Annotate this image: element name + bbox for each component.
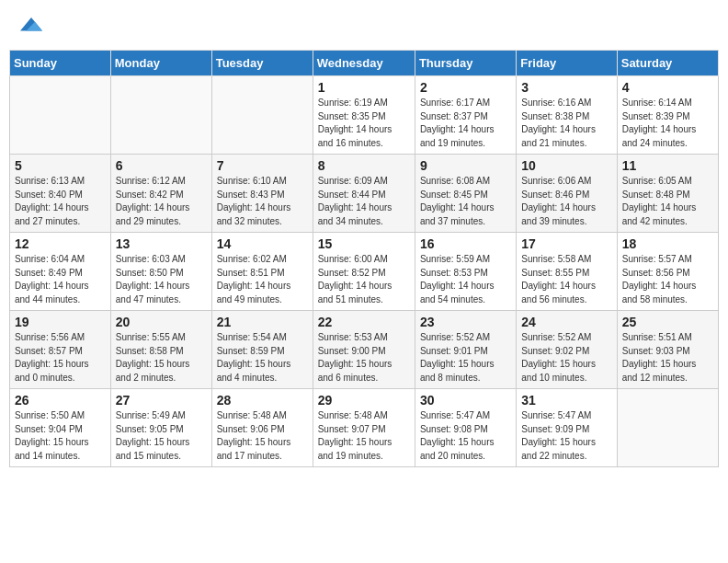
- calendar-cell: 26Sunrise: 5:50 AM Sunset: 9:04 PM Dayli…: [10, 389, 111, 467]
- day-info: Sunrise: 5:48 AM Sunset: 9:07 PM Dayligh…: [318, 409, 410, 463]
- day-number: 20: [116, 315, 207, 329]
- day-number: 13: [116, 236, 207, 251]
- day-number: 11: [622, 158, 713, 173]
- day-info: Sunrise: 5:49 AM Sunset: 9:05 PM Dayligh…: [116, 409, 207, 463]
- logo-icon: [20, 14, 42, 36]
- day-number: 28: [217, 393, 308, 408]
- day-number: 15: [318, 236, 410, 251]
- day-number: 7: [217, 158, 308, 173]
- day-info: Sunrise: 5:55 AM Sunset: 8:58 PM Dayligh…: [116, 331, 207, 385]
- calendar-header-row: SundayMondayTuesdayWednesdayThursdayFrid…: [10, 51, 719, 76]
- calendar-cell: 2Sunrise: 6:17 AM Sunset: 8:37 PM Daylig…: [415, 76, 516, 155]
- day-info: Sunrise: 5:51 AM Sunset: 9:03 PM Dayligh…: [622, 331, 713, 385]
- day-info: Sunrise: 5:56 AM Sunset: 8:57 PM Dayligh…: [15, 331, 106, 385]
- calendar-cell: 3Sunrise: 6:16 AM Sunset: 8:38 PM Daylig…: [517, 76, 617, 155]
- day-number: 10: [521, 158, 611, 173]
- calendar-table: SundayMondayTuesdayWednesdayThursdayFrid…: [9, 50, 719, 467]
- calendar-cell: 20Sunrise: 5:55 AM Sunset: 8:58 PM Dayli…: [110, 311, 211, 389]
- day-info: Sunrise: 6:08 AM Sunset: 8:45 PM Dayligh…: [420, 175, 511, 228]
- logo: [18, 14, 42, 36]
- calendar-cell: 23Sunrise: 5:52 AM Sunset: 9:01 PM Dayli…: [415, 311, 516, 389]
- calendar-week-row: 26Sunrise: 5:50 AM Sunset: 9:04 PM Dayli…: [10, 389, 719, 467]
- day-info: Sunrise: 5:52 AM Sunset: 9:02 PM Dayligh…: [521, 331, 611, 385]
- calendar-week-row: 12Sunrise: 6:04 AM Sunset: 8:49 PM Dayli…: [10, 233, 719, 311]
- day-info: Sunrise: 5:54 AM Sunset: 8:59 PM Dayligh…: [217, 331, 308, 385]
- calendar-cell: 11Sunrise: 6:05 AM Sunset: 8:48 PM Dayli…: [617, 155, 718, 233]
- day-number: 22: [318, 315, 410, 329]
- calendar-cell: [10, 76, 111, 155]
- day-number: 24: [521, 315, 611, 329]
- day-number: 14: [217, 236, 308, 251]
- day-number: 6: [116, 158, 207, 173]
- weekday-header: Thursday: [415, 51, 516, 76]
- day-info: Sunrise: 5:52 AM Sunset: 9:01 PM Dayligh…: [420, 331, 511, 385]
- day-number: 4: [622, 80, 713, 95]
- calendar-cell: 29Sunrise: 5:48 AM Sunset: 9:07 PM Dayli…: [313, 389, 415, 467]
- calendar-cell: 14Sunrise: 6:02 AM Sunset: 8:51 PM Dayli…: [211, 233, 313, 311]
- day-number: 18: [622, 236, 713, 251]
- day-info: Sunrise: 6:17 AM Sunset: 8:37 PM Dayligh…: [420, 97, 511, 150]
- calendar-week-row: 5Sunrise: 6:13 AM Sunset: 8:40 PM Daylig…: [10, 155, 719, 233]
- calendar-cell: 24Sunrise: 5:52 AM Sunset: 9:02 PM Dayli…: [517, 311, 617, 389]
- weekday-header: Tuesday: [211, 51, 313, 76]
- weekday-header: Saturday: [617, 51, 718, 76]
- calendar-cell: 16Sunrise: 5:59 AM Sunset: 8:53 PM Dayli…: [415, 233, 516, 311]
- calendar-cell: 5Sunrise: 6:13 AM Sunset: 8:40 PM Daylig…: [10, 155, 111, 233]
- calendar-cell: 10Sunrise: 6:06 AM Sunset: 8:46 PM Dayli…: [517, 155, 617, 233]
- weekday-header: Friday: [517, 51, 617, 76]
- day-info: Sunrise: 5:59 AM Sunset: 8:53 PM Dayligh…: [420, 253, 511, 306]
- day-number: 29: [318, 393, 410, 408]
- day-info: Sunrise: 6:13 AM Sunset: 8:40 PM Dayligh…: [15, 175, 106, 228]
- day-number: 5: [15, 158, 106, 173]
- weekday-header: Sunday: [10, 51, 111, 76]
- day-info: Sunrise: 6:00 AM Sunset: 8:52 PM Dayligh…: [318, 253, 410, 306]
- calendar-cell: 19Sunrise: 5:56 AM Sunset: 8:57 PM Dayli…: [10, 311, 111, 389]
- day-info: Sunrise: 6:06 AM Sunset: 8:46 PM Dayligh…: [521, 175, 611, 228]
- day-number: 2: [420, 80, 511, 95]
- day-number: 23: [420, 315, 511, 329]
- page-header: [9, 9, 719, 40]
- day-info: Sunrise: 5:47 AM Sunset: 9:08 PM Dayligh…: [420, 409, 511, 463]
- weekday-header: Wednesday: [313, 51, 415, 76]
- day-number: 25: [622, 315, 713, 329]
- day-info: Sunrise: 6:12 AM Sunset: 8:42 PM Dayligh…: [116, 175, 207, 228]
- calendar-cell: 18Sunrise: 5:57 AM Sunset: 8:56 PM Dayli…: [617, 233, 718, 311]
- calendar-cell: 4Sunrise: 6:14 AM Sunset: 8:39 PM Daylig…: [617, 76, 718, 155]
- day-number: 31: [521, 393, 611, 408]
- calendar-cell: 9Sunrise: 6:08 AM Sunset: 8:45 PM Daylig…: [415, 155, 516, 233]
- day-info: Sunrise: 5:48 AM Sunset: 9:06 PM Dayligh…: [217, 409, 308, 463]
- day-info: Sunrise: 5:58 AM Sunset: 8:55 PM Dayligh…: [521, 253, 611, 306]
- day-info: Sunrise: 6:05 AM Sunset: 8:48 PM Dayligh…: [622, 175, 713, 228]
- calendar-cell: 7Sunrise: 6:10 AM Sunset: 8:43 PM Daylig…: [211, 155, 313, 233]
- day-number: 8: [318, 158, 410, 173]
- day-number: 26: [15, 393, 106, 408]
- day-number: 17: [521, 236, 611, 251]
- day-info: Sunrise: 6:09 AM Sunset: 8:44 PM Dayligh…: [318, 175, 410, 228]
- day-info: Sunrise: 6:19 AM Sunset: 8:35 PM Dayligh…: [318, 97, 410, 150]
- calendar-week-row: 19Sunrise: 5:56 AM Sunset: 8:57 PM Dayli…: [10, 311, 719, 389]
- day-info: Sunrise: 6:02 AM Sunset: 8:51 PM Dayligh…: [217, 253, 308, 306]
- day-number: 9: [420, 158, 511, 173]
- day-info: Sunrise: 6:10 AM Sunset: 8:43 PM Dayligh…: [217, 175, 308, 228]
- calendar-cell: 25Sunrise: 5:51 AM Sunset: 9:03 PM Dayli…: [617, 311, 718, 389]
- day-number: 12: [15, 236, 106, 251]
- calendar-cell: [211, 76, 313, 155]
- calendar-cell: 17Sunrise: 5:58 AM Sunset: 8:55 PM Dayli…: [517, 233, 617, 311]
- day-number: 16: [420, 236, 511, 251]
- calendar-cell: 30Sunrise: 5:47 AM Sunset: 9:08 PM Dayli…: [415, 389, 516, 467]
- calendar-cell: 8Sunrise: 6:09 AM Sunset: 8:44 PM Daylig…: [313, 155, 415, 233]
- calendar-cell: 21Sunrise: 5:54 AM Sunset: 8:59 PM Dayli…: [211, 311, 313, 389]
- day-number: 30: [420, 393, 511, 408]
- day-info: Sunrise: 5:47 AM Sunset: 9:09 PM Dayligh…: [521, 409, 611, 463]
- calendar-cell: 13Sunrise: 6:03 AM Sunset: 8:50 PM Dayli…: [110, 233, 211, 311]
- day-info: Sunrise: 6:03 AM Sunset: 8:50 PM Dayligh…: [116, 253, 207, 306]
- day-number: 21: [217, 315, 308, 329]
- calendar-cell: 1Sunrise: 6:19 AM Sunset: 8:35 PM Daylig…: [313, 76, 415, 155]
- day-number: 19: [15, 315, 106, 329]
- day-number: 3: [521, 80, 611, 95]
- day-info: Sunrise: 5:50 AM Sunset: 9:04 PM Dayligh…: [15, 409, 106, 463]
- day-info: Sunrise: 6:14 AM Sunset: 8:39 PM Dayligh…: [622, 97, 713, 150]
- calendar-cell: 22Sunrise: 5:53 AM Sunset: 9:00 PM Dayli…: [313, 311, 415, 389]
- day-info: Sunrise: 6:04 AM Sunset: 8:49 PM Dayligh…: [15, 253, 106, 306]
- day-info: Sunrise: 5:53 AM Sunset: 9:00 PM Dayligh…: [318, 331, 410, 385]
